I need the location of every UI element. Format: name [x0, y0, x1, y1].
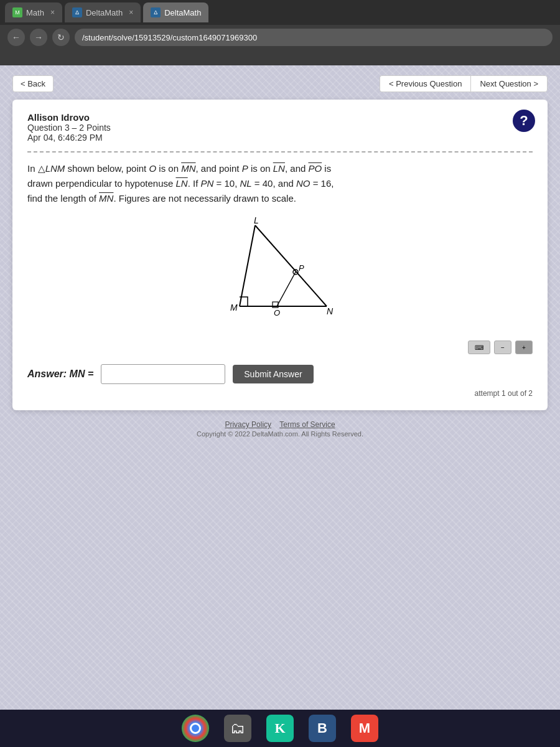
back-nav-button[interactable]: ←	[7, 29, 25, 46]
taskbar-b-icon[interactable]: B	[309, 715, 336, 742]
page-background: < Back < Previous Question Next Question…	[0, 65, 560, 710]
terms-link[interactable]: Terms of Service	[279, 420, 335, 429]
chrome-logo	[182, 715, 209, 742]
problem-line-3: find the length of MN. Figures are not n…	[27, 191, 533, 206]
browser-chrome: M Math × Δ DeltaMath × Δ DeltaMath ← → ↻	[0, 0, 560, 65]
answer-row: Answer: MN = Submit Answer	[27, 364, 533, 384]
question-meta: Question 3 – 2 Points	[27, 123, 533, 133]
label-M: M	[230, 303, 238, 312]
tab-deltamath-1-close[interactable]: ×	[129, 8, 133, 17]
user-name: Allison Idrovo	[27, 112, 533, 123]
nav-row: < Back < Previous Question Next Question…	[12, 75, 548, 92]
submit-button[interactable]: Submit Answer	[233, 365, 313, 383]
tab-deltamath-2[interactable]: Δ DeltaMath	[143, 2, 208, 22]
user-info: Allison Idrovo Question 3 – 2 Points Apr…	[27, 112, 533, 143]
prev-question-button[interactable]: < Previous Question	[380, 75, 470, 92]
taskbar-m-icon[interactable]: M	[351, 715, 378, 742]
footer-copyright: Copyright © 2022 DeltaMath.com. All Righ…	[12, 430, 548, 438]
content-card: ? Allison Idrovo Question 3 – 2 Points A…	[12, 100, 548, 410]
tab-bar: M Math × Δ DeltaMath × Δ DeltaMath	[0, 0, 560, 25]
address-input[interactable]	[75, 29, 553, 46]
address-bar-row: ← → ↻	[0, 25, 560, 50]
side-LN	[255, 225, 327, 306]
refresh-button[interactable]: ↻	[52, 29, 70, 46]
diagram-area: L M N P O	[27, 216, 533, 328]
help-icon[interactable]: ?	[513, 110, 535, 132]
taskbar-chrome-icon[interactable]	[182, 715, 209, 742]
next-question-button[interactable]: Next Question >	[470, 75, 548, 92]
label-P: P	[299, 263, 304, 273]
triangle-diagram: L M N P O	[205, 216, 355, 328]
attempt-info: attempt 1 out of 2	[27, 389, 533, 398]
tab-deltamath-1-label: DeltaMath	[86, 8, 123, 17]
keyboard-icon[interactable]: ⌨	[468, 341, 490, 354]
tab-math-label: Math	[26, 8, 44, 17]
taskbar-k-icon[interactable]: K	[266, 715, 294, 742]
label-N: N	[327, 306, 334, 316]
back-button[interactable]: < Back	[12, 75, 54, 92]
tab-math[interactable]: M Math ×	[5, 2, 62, 22]
answer-input[interactable]	[101, 364, 225, 384]
forward-nav-button[interactable]: →	[30, 29, 47, 46]
tab-deltamath-1-icon: Δ	[72, 7, 82, 17]
tab-math-icon: M	[12, 7, 22, 17]
zoom-plus-icon[interactable]: +	[515, 341, 533, 354]
line-PO	[277, 272, 296, 306]
answer-label: Answer: MN =	[27, 369, 93, 380]
label-O: O	[274, 308, 280, 317]
tab-deltamath-1[interactable]: Δ DeltaMath ×	[65, 2, 141, 22]
problem-line-1: In △LNM shown below, point O is on MN, a…	[27, 161, 533, 176]
footer-area: Privacy Policy Terms of Service Copyrigh…	[12, 420, 548, 438]
problem-line-2: drawn perpendicular to hypotenuse LN. If…	[27, 176, 533, 191]
side-LM	[240, 225, 255, 306]
tab-deltamath-2-label: DeltaMath	[164, 8, 201, 17]
chrome-inner	[190, 723, 201, 734]
taskbar: 🗂 K B M	[0, 710, 560, 747]
footer-links: Privacy Policy Terms of Service	[12, 420, 548, 429]
tab-deltamath-2-icon: Δ	[151, 7, 161, 17]
label-L: L	[254, 216, 259, 225]
taskbar-files-icon[interactable]: 🗂	[224, 715, 251, 742]
question-nav: < Previous Question Next Question >	[380, 75, 548, 92]
zoom-minus-icon[interactable]: −	[494, 341, 511, 354]
tab-math-close[interactable]: ×	[50, 8, 55, 17]
privacy-link[interactable]: Privacy Policy	[225, 420, 271, 429]
math-toolbar: ⌨ − +	[468, 341, 533, 354]
problem-text: In △LNM shown below, point O is on MN, a…	[27, 161, 533, 206]
divider	[27, 151, 533, 153]
question-date: Apr 04, 6:46:29 PM	[27, 133, 533, 143]
